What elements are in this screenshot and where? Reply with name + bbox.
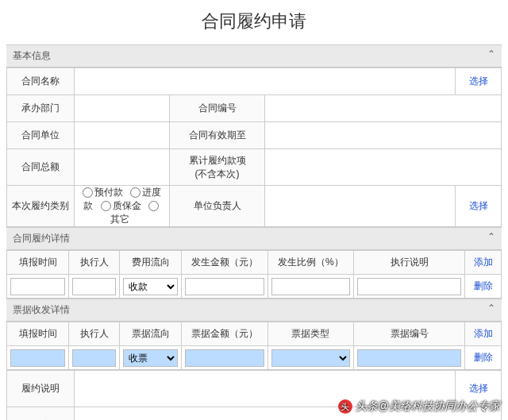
label-contract-name: 合同名称 <box>7 68 75 95</box>
value-cumulative <box>265 149 502 186</box>
value-valid-until <box>265 122 502 149</box>
panel-bill-title: 票据收发详情 <box>13 304 70 315</box>
radio-other[interactable] <box>148 201 159 211</box>
label-contract-total: 合同总额 <box>7 149 75 186</box>
label-perf-desc: 履约说明 <box>7 371 75 407</box>
panel-bill-header[interactable]: 票据收发详情 ⌃ <box>6 299 502 322</box>
label-this-type: 本次履约类别 <box>7 186 75 227</box>
label-contract-unit: 合同单位 <box>7 122 75 149</box>
bill-grid: 填报时间 执行人 票据流向 票据金额（元） 票据类型 票据编号 添加 收票 删除 <box>6 322 502 370</box>
value-unit-leader <box>265 186 456 227</box>
chevron-up-icon[interactable]: ⌃ <box>487 302 495 314</box>
label-unit-leader: 单位负责人 <box>170 186 265 227</box>
label-remark: 备注 <box>7 407 75 421</box>
bill-add[interactable]: 添加 <box>465 322 502 346</box>
perf-col-time: 填报时间 <box>7 251 69 275</box>
perf-input-exec[interactable] <box>72 278 116 295</box>
radio-group-type: 预付款 进度款 质保金 其它 <box>75 186 170 227</box>
perf-col-exec: 执行人 <box>69 251 120 275</box>
bill-col-no: 票据编号 <box>354 322 465 346</box>
radio-warranty[interactable] <box>101 201 111 211</box>
basic-form: 合同名称 选择 承办部门 合同编号 合同单位 合同有效期至 合同总额 累计履约款… <box>6 67 502 227</box>
bill-col-exec: 执行人 <box>69 322 120 346</box>
bill-col-type: 票据类型 <box>267 322 354 346</box>
radio-other-label: 其它 <box>110 214 129 225</box>
perf-select-flow[interactable]: 收款 <box>123 278 178 295</box>
link-select-leader[interactable]: 选择 <box>469 200 488 211</box>
perf-col-flow: 费用流向 <box>120 251 182 275</box>
link-select-contract[interactable]: 选择 <box>469 75 488 87</box>
page-title: 合同履约申请 <box>6 10 502 33</box>
label-department: 承办部门 <box>7 95 75 122</box>
bill-input-exec[interactable] <box>72 349 116 367</box>
watermark: 头头条@美络科技协同办公专家 <box>338 399 500 414</box>
perf-grid: 填报时间 执行人 费用流向 发生金额（元） 发生比例（%） 执行说明 添加 收款… <box>6 250 502 299</box>
perf-row: 收款 删除 <box>7 275 502 299</box>
label-valid-until: 合同有效期至 <box>170 122 265 149</box>
label-contract-no: 合同编号 <box>170 95 265 122</box>
link-select-desc[interactable]: 选择 <box>469 383 488 394</box>
panel-basic-title: 基本信息 <box>13 50 51 61</box>
value-department <box>75 95 170 122</box>
panel-perf-header[interactable]: 合同履约详情 ⌃ <box>6 228 502 250</box>
panel-basic: 基本信息 ⌃ 合同名称 选择 承办部门 合同编号 合同单位 合同有效期至 合同总… <box>6 44 502 227</box>
chevron-up-icon[interactable]: ⌃ <box>487 48 495 60</box>
value-contract-unit <box>75 122 170 149</box>
bill-input-no[interactable] <box>357 349 461 367</box>
chevron-up-icon[interactable]: ⌃ <box>487 231 495 242</box>
bill-input-amount[interactable] <box>185 349 264 367</box>
perf-add[interactable]: 添加 <box>465 251 502 275</box>
perf-col-ratio: 发生比例（%） <box>267 251 354 275</box>
bill-select-flow[interactable]: 收票 <box>123 349 178 367</box>
perf-input-time[interactable] <box>10 278 65 295</box>
panel-perf-title: 合同履约详情 <box>13 233 70 244</box>
panel-perf: 合同履约详情 ⌃ 填报时间 执行人 费用流向 发生金额（元） 发生比例（%） 执… <box>6 227 502 299</box>
watermark-text: 头条@美络科技协同办公专家 <box>356 399 500 412</box>
perf-del[interactable]: 删除 <box>465 275 502 299</box>
label-cumulative: 累计履约款项 (不含本次) <box>170 149 265 186</box>
radio-progress[interactable] <box>130 187 140 198</box>
panel-basic-header[interactable]: 基本信息 ⌃ <box>6 45 502 67</box>
bill-row: 收票 删除 <box>7 346 502 370</box>
panel-bill: 票据收发详情 ⌃ 填报时间 执行人 票据流向 票据金额（元） 票据类型 票据编号… <box>6 299 502 370</box>
value-contract-no <box>265 95 502 122</box>
bill-col-time: 填报时间 <box>7 322 69 346</box>
perf-input-desc[interactable] <box>357 278 461 295</box>
radio-prepay-label: 预付款 <box>94 187 123 198</box>
value-contract-name <box>75 68 456 95</box>
perf-col-desc: 执行说明 <box>354 251 465 275</box>
radio-warranty-label: 质保金 <box>113 200 141 211</box>
perf-col-amount: 发生金额（元） <box>182 251 268 275</box>
bill-col-amount: 票据金额（元） <box>182 322 268 346</box>
value-contract-total <box>75 149 170 186</box>
watermark-icon: 头 <box>338 399 352 414</box>
radio-prepay[interactable] <box>83 187 93 198</box>
bill-input-time[interactable] <box>10 349 65 367</box>
bill-del[interactable]: 删除 <box>465 346 502 370</box>
bill-col-flow: 票据流向 <box>120 322 182 346</box>
perf-input-ratio[interactable] <box>271 278 351 295</box>
bill-select-type[interactable] <box>271 349 351 367</box>
perf-input-amount[interactable] <box>185 278 264 295</box>
